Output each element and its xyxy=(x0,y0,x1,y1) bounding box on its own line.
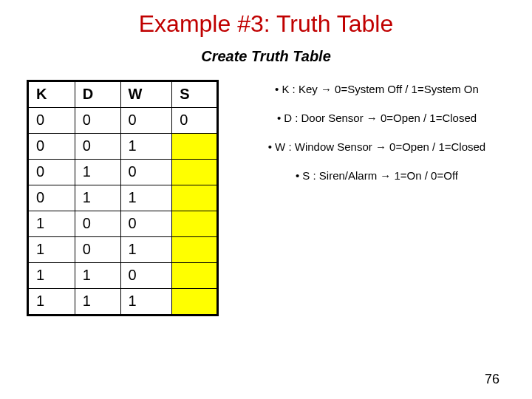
cell-k: 0 xyxy=(28,160,75,185)
bullet-icon: • xyxy=(277,112,281,124)
legend-text: S : Siren/Alarm → 1=On / 0=Off xyxy=(302,169,458,182)
cell-w: 1 xyxy=(120,237,172,263)
bullet-icon: • xyxy=(275,83,279,95)
cell-d: 1 xyxy=(75,263,120,289)
cell-w: 1 xyxy=(120,134,172,160)
cell-w: 0 xyxy=(120,160,172,185)
page-number: 76 xyxy=(485,372,499,387)
cell-w: 1 xyxy=(120,289,172,316)
col-header-s: S xyxy=(172,81,218,108)
legend-item: •W : Window Sensor → 0=Open / 1=Closed xyxy=(242,140,511,153)
cell-s xyxy=(172,211,218,237)
slide-title: Example #3: Truth Table xyxy=(0,10,532,38)
cell-k: 1 xyxy=(28,289,75,316)
cell-s xyxy=(172,263,218,289)
legend-text: W : Window Sensor → 0=Open / 1=Closed xyxy=(275,140,485,153)
table-row: 101 xyxy=(28,237,218,263)
cell-s xyxy=(172,185,218,211)
legend-area: •K : Key → 0=System Off / 1=System On•D … xyxy=(219,80,511,198)
cell-d: 0 xyxy=(75,211,120,237)
cell-k: 0 xyxy=(28,185,75,211)
bullet-icon: • xyxy=(296,169,299,182)
table-row: 0000 xyxy=(28,108,218,134)
cell-s xyxy=(172,237,218,263)
truth-table: K D W S 0000001010011100101110111 xyxy=(27,80,219,316)
table-row: 010 xyxy=(28,160,218,185)
cell-s xyxy=(172,160,218,185)
table-row: 110 xyxy=(28,263,218,289)
cell-d: 1 xyxy=(75,160,120,185)
cell-k: 1 xyxy=(28,263,75,289)
legend-item: •K : Key → 0=System Off / 1=System On xyxy=(242,83,511,95)
cell-d: 1 xyxy=(75,289,120,316)
table-row: 011 xyxy=(28,185,218,211)
cell-s: 0 xyxy=(172,108,218,134)
cell-s xyxy=(172,134,218,160)
cell-k: 1 xyxy=(28,211,75,237)
cell-d: 0 xyxy=(75,134,120,160)
cell-w: 0 xyxy=(120,263,172,289)
table-row: 001 xyxy=(28,134,218,160)
cell-w: 1 xyxy=(120,185,172,211)
cell-k: 0 xyxy=(28,134,75,160)
legend-item: •S : Siren/Alarm → 1=On / 0=Off xyxy=(242,169,511,182)
col-header-d: D xyxy=(75,81,120,108)
bullet-icon: • xyxy=(268,140,272,153)
cell-w: 0 xyxy=(120,211,172,237)
col-header-k: K xyxy=(28,81,75,108)
table-row: 100 xyxy=(28,211,218,237)
legend-item: •D : Door Sensor → 0=Open / 1=Closed xyxy=(242,112,511,124)
cell-k: 1 xyxy=(28,237,75,263)
table-row: 111 xyxy=(28,289,218,316)
col-header-w: W xyxy=(120,81,172,108)
cell-d: 1 xyxy=(75,185,120,211)
content-area: K D W S 0000001010011100101110111 •K : K… xyxy=(0,80,532,316)
table-header-row: K D W S xyxy=(28,81,218,108)
cell-d: 0 xyxy=(75,108,120,134)
legend-text: K : Key → 0=System Off / 1=System On xyxy=(282,83,479,95)
cell-s xyxy=(172,289,218,316)
slide-subtitle: Create Truth Table xyxy=(0,48,532,65)
cell-d: 0 xyxy=(75,237,120,263)
cell-w: 0 xyxy=(120,108,172,134)
legend-text: D : Door Sensor → 0=Open / 1=Closed xyxy=(284,112,477,124)
cell-k: 0 xyxy=(28,108,75,134)
